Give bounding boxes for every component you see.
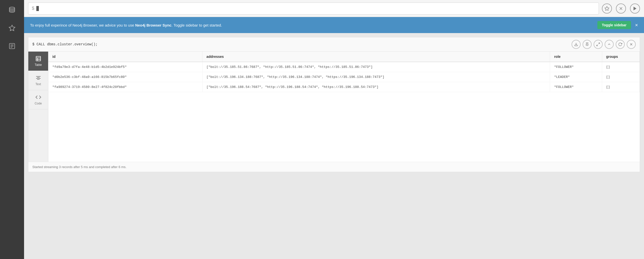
results-table: id addresses role groups "fd9a79e3-d7fa-…: [48, 52, 640, 92]
download-button[interactable]: [572, 40, 581, 49]
table-header-row: id addresses role groups: [48, 52, 640, 62]
cell-role: "FOLLOWER": [550, 82, 602, 92]
svg-point-0: [10, 7, 15, 9]
toggle-sidebar-button[interactable]: Toggle sidebar: [597, 21, 631, 29]
cell-addresses: ["bolt://35.196.188.54:7687", "http://35…: [202, 82, 550, 92]
table-row: "fd9a79e3-d7fa-4e48-b1d5-4b2d1e924bf5"["…: [48, 62, 640, 72]
code-view-tab[interactable]: Code: [28, 90, 48, 109]
dollar-sign: $: [32, 6, 34, 11]
svg-line-13: [597, 45, 598, 46]
svg-marker-6: [605, 6, 609, 10]
card-body: Table Text: [28, 52, 640, 162]
svg-marker-1: [9, 25, 15, 31]
database-icon[interactable]: [6, 4, 18, 16]
close-card-button[interactable]: [627, 40, 636, 49]
cell-addresses: ["bolt://35.185.51.86:7687", "http://35.…: [202, 62, 550, 72]
code-tab-label: Code: [35, 102, 42, 105]
refresh-button[interactable]: [616, 40, 625, 49]
text-view-tab[interactable]: Text: [28, 71, 48, 90]
cell-role: "FOLLOWER": [550, 62, 602, 72]
table-row: "d0b2e536-c3bf-48a0-a166-815b7b65fc80"["…: [48, 72, 640, 82]
run-query-button[interactable]: [630, 4, 640, 14]
clear-query-button[interactable]: [616, 4, 626, 14]
expand-button[interactable]: [594, 40, 603, 49]
sidebar: [0, 0, 24, 259]
cell-id: "fd9a79e3-d7fa-4e48-b1d5-4b2d1e924bf5": [48, 62, 202, 72]
query-cursor: [36, 6, 39, 11]
cell-groups: []: [602, 72, 639, 82]
result-card: $ CALL dbms.cluster.overview();: [28, 37, 640, 172]
card-query-text: $ CALL dbms.cluster.overview();: [32, 42, 97, 46]
favorites-icon[interactable]: [6, 22, 18, 34]
text-tab-label: Text: [35, 82, 41, 86]
svg-rect-16: [36, 56, 41, 61]
query-input-area[interactable]: $: [28, 3, 599, 15]
col-header-addresses: addresses: [202, 52, 550, 62]
documents-icon[interactable]: [6, 40, 18, 52]
scroll-up-button[interactable]: [605, 40, 614, 49]
main-content: $ To enjoy full e: [24, 0, 644, 259]
cell-role: "LEADER": [550, 72, 602, 82]
svg-line-12: [598, 43, 600, 44]
content-area: $ CALL dbms.cluster.overview();: [24, 33, 644, 259]
view-tabs: Table Text: [28, 52, 48, 162]
card-header: $ CALL dbms.cluster.overview();: [28, 37, 640, 52]
table-tab-label: Table: [35, 63, 42, 67]
card-footer: Started streaming 3 records after 5 ms a…: [28, 162, 640, 172]
banner-actions: Toggle sidebar ×: [597, 21, 638, 29]
query-bar: $: [24, 0, 644, 17]
footer-status-text: Started streaming 3 records after 5 ms a…: [32, 165, 127, 169]
cell-id: "d0b2e536-c3bf-48a0-a166-815b7b65fc80": [48, 72, 202, 82]
notification-banner: To enjoy full experince of Neo4j Browser…: [24, 17, 644, 33]
banner-message: To enjoy full experince of Neo4j Browser…: [30, 23, 222, 28]
table-area: id addresses role groups "fd9a79e3-d7fa-…: [48, 52, 640, 162]
col-header-role: role: [550, 52, 602, 62]
cell-groups: []: [602, 62, 639, 72]
table-row: "fa989274-3719-4580-8e27-4f824c20fbbd"["…: [48, 82, 640, 92]
table-view-tab[interactable]: Table: [28, 52, 48, 71]
col-header-groups: groups: [602, 52, 639, 62]
cell-groups: []: [602, 82, 639, 92]
query-actions: [602, 4, 640, 14]
banner-close-button[interactable]: ×: [635, 23, 638, 28]
pin-button[interactable]: [583, 40, 592, 49]
favorite-query-button[interactable]: [602, 4, 612, 14]
col-header-id: id: [48, 52, 202, 62]
svg-marker-9: [633, 7, 636, 10]
cell-id: "fa989274-3719-4580-8e27-4f824c20fbbd": [48, 82, 202, 92]
card-actions: [572, 40, 636, 49]
cell-addresses: ["bolt://35.196.134.188:7687", "http://3…: [202, 72, 550, 82]
